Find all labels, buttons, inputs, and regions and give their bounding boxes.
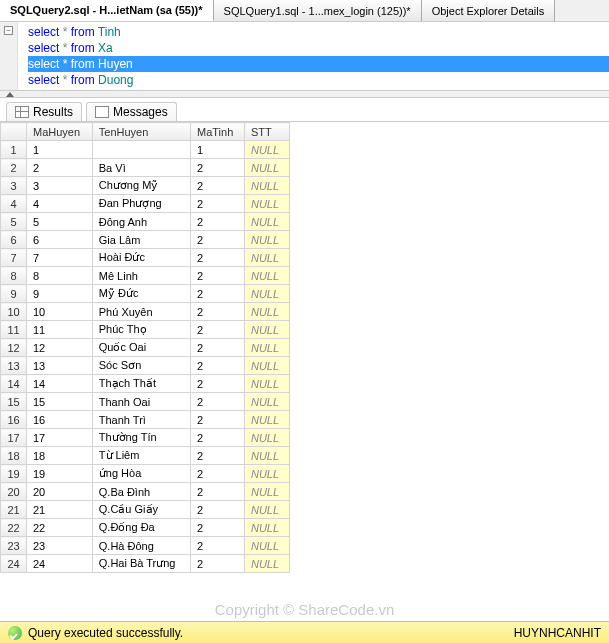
cell-stt[interactable]: NULL xyxy=(244,267,289,285)
table-row[interactable]: 111NULL xyxy=(1,141,290,159)
table-row[interactable]: 99Mỹ Đức2NULL xyxy=(1,285,290,303)
cell-stt[interactable]: NULL xyxy=(244,357,289,375)
row-number[interactable]: 11 xyxy=(1,321,27,339)
sql-line-0[interactable]: select * from Tinh xyxy=(28,24,609,40)
cell-mahuyen[interactable]: 13 xyxy=(27,357,93,375)
cell-matinh[interactable]: 2 xyxy=(191,321,245,339)
cell-mahuyen[interactable]: 19 xyxy=(27,465,93,483)
cell-stt[interactable]: NULL xyxy=(244,303,289,321)
cell-matinh[interactable]: 2 xyxy=(191,177,245,195)
cell-mahuyen[interactable]: 14 xyxy=(27,375,93,393)
document-tab-1[interactable]: SQLQuery1.sql - 1...mex_login (125))* xyxy=(214,0,422,21)
table-row[interactable]: 2222Q.Đống Đa2NULL xyxy=(1,519,290,537)
cell-matinh[interactable]: 2 xyxy=(191,159,245,177)
cell-stt[interactable]: NULL xyxy=(244,339,289,357)
table-row[interactable]: 2121Q.Cầu Giấy2NULL xyxy=(1,501,290,519)
cell-mahuyen[interactable]: 15 xyxy=(27,393,93,411)
cell-stt[interactable]: NULL xyxy=(244,537,289,555)
col-header-stt[interactable]: STT xyxy=(244,123,289,141)
cell-stt[interactable]: NULL xyxy=(244,429,289,447)
cell-tenhuyen[interactable] xyxy=(92,141,190,159)
cell-matinh[interactable]: 2 xyxy=(191,249,245,267)
row-number[interactable]: 9 xyxy=(1,285,27,303)
table-row[interactable]: 1313Sóc Sơn2NULL xyxy=(1,357,290,375)
cell-tenhuyen[interactable]: Q.Đống Đa xyxy=(92,519,190,537)
cell-matinh[interactable]: 2 xyxy=(191,267,245,285)
cell-mahuyen[interactable]: 11 xyxy=(27,321,93,339)
cell-mahuyen[interactable]: 18 xyxy=(27,447,93,465)
sql-line-3[interactable]: select * from Duong xyxy=(28,72,609,88)
row-number[interactable]: 6 xyxy=(1,231,27,249)
cell-stt[interactable]: NULL xyxy=(244,501,289,519)
tab-messages[interactable]: Messages xyxy=(86,102,177,121)
row-number[interactable]: 4 xyxy=(1,195,27,213)
cell-tenhuyen[interactable]: Từ Liêm xyxy=(92,447,190,465)
row-number[interactable]: 14 xyxy=(1,375,27,393)
sql-line-2[interactable]: select * from Huyen xyxy=(28,56,609,72)
col-header-tenhuyen[interactable]: TenHuyen xyxy=(92,123,190,141)
cell-matinh[interactable]: 2 xyxy=(191,303,245,321)
sql-editor[interactable]: − select * from Tinhselect * from Xasele… xyxy=(0,22,609,90)
results-grid-wrap[interactable]: MaHuyenTenHuyenMaTinhSTT 111NULL22Ba Vì2… xyxy=(0,121,609,621)
table-row[interactable]: 1717Thường Tín2NULL xyxy=(1,429,290,447)
row-number[interactable]: 3 xyxy=(1,177,27,195)
table-row[interactable]: 1111Phúc Thọ2NULL xyxy=(1,321,290,339)
col-header-matinh[interactable]: MaTinh xyxy=(191,123,245,141)
table-row[interactable]: 88Mê Linh2NULL xyxy=(1,267,290,285)
cell-stt[interactable]: NULL xyxy=(244,159,289,177)
cell-stt[interactable]: NULL xyxy=(244,321,289,339)
cell-mahuyen[interactable]: 24 xyxy=(27,555,93,573)
table-row[interactable]: 2323Q.Hà Đông2NULL xyxy=(1,537,290,555)
cell-matinh[interactable]: 2 xyxy=(191,519,245,537)
cell-mahuyen[interactable]: 5 xyxy=(27,213,93,231)
row-number[interactable]: 16 xyxy=(1,411,27,429)
cell-mahuyen[interactable]: 1 xyxy=(27,141,93,159)
cell-tenhuyen[interactable]: Q.Hai Bà Trưng xyxy=(92,555,190,573)
row-number[interactable]: 8 xyxy=(1,267,27,285)
table-row[interactable]: 2424Q.Hai Bà Trưng2NULL xyxy=(1,555,290,573)
table-row[interactable]: 1515Thanh Oai2NULL xyxy=(1,393,290,411)
cell-mahuyen[interactable]: 22 xyxy=(27,519,93,537)
cell-matinh[interactable]: 2 xyxy=(191,339,245,357)
row-number[interactable]: 12 xyxy=(1,339,27,357)
cell-stt[interactable]: NULL xyxy=(244,483,289,501)
cell-matinh[interactable]: 2 xyxy=(191,483,245,501)
cell-matinh[interactable]: 1 xyxy=(191,141,245,159)
cell-mahuyen[interactable]: 21 xyxy=(27,501,93,519)
row-number[interactable]: 21 xyxy=(1,501,27,519)
cell-tenhuyen[interactable]: Ba Vì xyxy=(92,159,190,177)
cell-matinh[interactable]: 2 xyxy=(191,555,245,573)
row-number[interactable]: 22 xyxy=(1,519,27,537)
cell-tenhuyen[interactable]: Thanh Trì xyxy=(92,411,190,429)
row-number[interactable]: 17 xyxy=(1,429,27,447)
cell-tenhuyen[interactable]: Thạch Thất xyxy=(92,375,190,393)
cell-tenhuyen[interactable]: Phúc Thọ xyxy=(92,321,190,339)
cell-stt[interactable]: NULL xyxy=(244,447,289,465)
collapse-icon[interactable]: − xyxy=(4,26,13,35)
col-header-mahuyen[interactable]: MaHuyen xyxy=(27,123,93,141)
cell-matinh[interactable]: 2 xyxy=(191,393,245,411)
cell-tenhuyen[interactable]: Đan Phượng xyxy=(92,195,190,213)
cell-stt[interactable]: NULL xyxy=(244,249,289,267)
row-number[interactable]: 2 xyxy=(1,159,27,177)
table-row[interactable]: 33Chương Mỹ2NULL xyxy=(1,177,290,195)
cell-tenhuyen[interactable]: Chương Mỹ xyxy=(92,177,190,195)
sql-line-1[interactable]: select * from Xa xyxy=(28,40,609,56)
document-tab-0[interactable]: SQLQuery2.sql - H...ietNam (sa (55))* xyxy=(0,0,214,21)
row-number[interactable]: 23 xyxy=(1,537,27,555)
table-row[interactable]: 1212Quốc Oai2NULL xyxy=(1,339,290,357)
cell-mahuyen[interactable]: 17 xyxy=(27,429,93,447)
cell-stt[interactable]: NULL xyxy=(244,213,289,231)
cell-stt[interactable]: NULL xyxy=(244,519,289,537)
cell-stt[interactable]: NULL xyxy=(244,375,289,393)
table-row[interactable]: 55Đông Anh2NULL xyxy=(1,213,290,231)
row-number[interactable]: 13 xyxy=(1,357,27,375)
cell-tenhuyen[interactable]: Thường Tín xyxy=(92,429,190,447)
cell-tenhuyen[interactable]: Q.Cầu Giấy xyxy=(92,501,190,519)
cell-stt[interactable]: NULL xyxy=(244,231,289,249)
cell-matinh[interactable]: 2 xyxy=(191,429,245,447)
cell-tenhuyen[interactable]: Mê Linh xyxy=(92,267,190,285)
tab-results[interactable]: Results xyxy=(6,102,82,121)
cell-tenhuyen[interactable]: Quốc Oai xyxy=(92,339,190,357)
row-number[interactable]: 1 xyxy=(1,141,27,159)
